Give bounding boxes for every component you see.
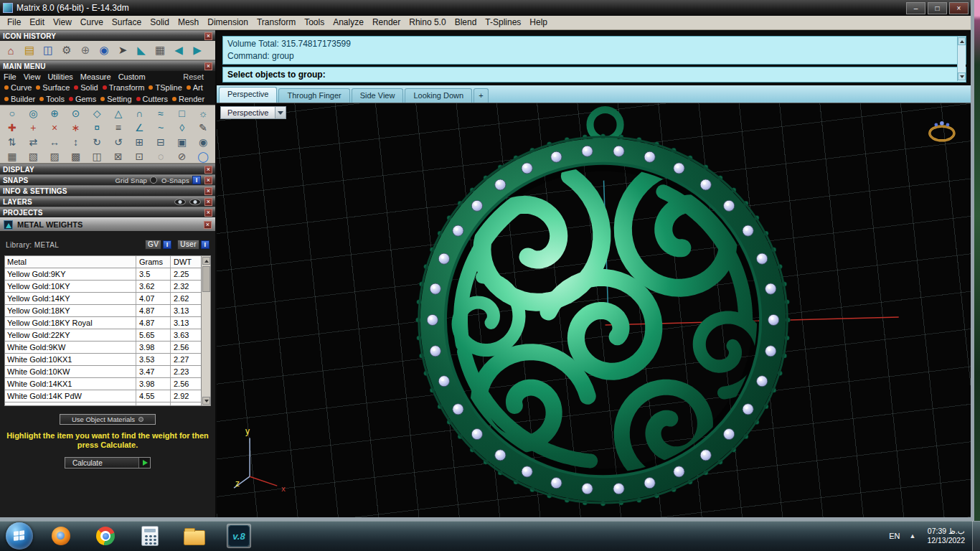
- close-icon[interactable]: ×: [204, 176, 212, 184]
- viewport[interactable]: y z x Perspective: [217, 103, 971, 517]
- globe-icon[interactable]: ◉: [95, 42, 113, 59]
- menubar-item-solid[interactable]: Solid: [146, 16, 174, 29]
- wave-tool-icon[interactable]: ~: [158, 121, 164, 134]
- main-menu-tab-utilities[interactable]: Utilities: [47, 72, 72, 81]
- table-row[interactable]: White Gold:14KX13.982.56: [5, 378, 201, 390]
- split-tool-icon[interactable]: ◫: [93, 150, 102, 163]
- move-icon[interactable]: ⊕: [77, 42, 94, 59]
- command-history[interactable]: Volume Total: 315.74817173599 Command: g…: [222, 36, 966, 65]
- main-menu-item-surface[interactable]: Surface: [34, 83, 72, 92]
- column-dwt[interactable]: DWT: [171, 256, 201, 268]
- viewport-label-dropdown[interactable]: Perspective: [220, 106, 286, 119]
- hatch2-tool-icon[interactable]: ▨: [50, 150, 59, 163]
- close-button[interactable]: ×: [949, 2, 969, 14]
- menubar-item-transform[interactable]: Transform: [253, 16, 300, 29]
- gv-button[interactable]: GV: [145, 240, 161, 250]
- table-row[interactable]: Yellow Gold:22KY5.653.63: [5, 329, 201, 342]
- scroll-up-icon[interactable]: [202, 257, 210, 265]
- boolean-tool-icon[interactable]: ⊠: [114, 150, 123, 163]
- menubar-item-edit[interactable]: Edit: [25, 16, 49, 29]
- use-object-materials-button[interactable]: Use Object Materials: [60, 414, 156, 425]
- menubar-item-analyze[interactable]: Analyze: [329, 16, 368, 29]
- settings-gear-icon[interactable]: ⚙: [58, 42, 75, 59]
- layers-tool-icon[interactable]: ≡: [116, 121, 121, 134]
- main-menu-item-curve[interactable]: Curve: [2, 83, 34, 92]
- close-icon[interactable]: ×: [204, 198, 212, 206]
- mesh-tool-icon[interactable]: ▦: [7, 150, 17, 163]
- menubar-item-help[interactable]: Help: [525, 16, 552, 29]
- table-row[interactable]: Yellow Gold:10KY3.622.32: [5, 281, 201, 293]
- table-row[interactable]: White Gold:14K PdW4.552.92: [5, 390, 201, 402]
- close-icon[interactable]: ×: [204, 221, 212, 229]
- main-menu-tab-custom[interactable]: Custom: [118, 72, 146, 81]
- star-tool-icon[interactable]: ☼: [199, 107, 208, 120]
- menubar-item-t-splines[interactable]: T-Splines: [481, 16, 525, 29]
- gem-point-tool-icon[interactable]: ¤: [94, 121, 100, 134]
- point-tool-icon[interactable]: ✚: [8, 121, 17, 134]
- add-point-tool-icon[interactable]: +: [30, 121, 36, 134]
- main-menu-item-render[interactable]: Render: [170, 95, 207, 103]
- main-menu-item-builder[interactable]: Builder: [2, 95, 37, 103]
- diamond-tool-icon[interactable]: ◇: [93, 107, 101, 120]
- sketch-tool-icon[interactable]: ✎: [199, 121, 207, 134]
- chevron-down-icon[interactable]: [275, 106, 286, 119]
- menubar-item-dimension[interactable]: Dimension: [203, 16, 253, 29]
- main-menu-tab-measure[interactable]: Measure: [80, 72, 111, 81]
- angle-tool-icon[interactable]: ∠: [135, 121, 144, 134]
- table-scrollbar[interactable]: [201, 256, 210, 405]
- gv-toggle[interactable]: I: [163, 240, 171, 249]
- mesh-grid-icon[interactable]: ▦: [151, 42, 169, 59]
- scroll-up-icon[interactable]: [958, 37, 966, 45]
- minimize-button[interactable]: –: [906, 2, 925, 14]
- table-row[interactable]: Yellow Gold:14KY4.072.62: [5, 293, 201, 305]
- main-menu-item-art[interactable]: Art: [184, 83, 205, 92]
- array-tool-icon[interactable]: ⊞: [136, 136, 144, 149]
- main-menu-item-solid[interactable]: Solid: [72, 83, 100, 92]
- calculator-icon[interactable]: [138, 524, 162, 548]
- main-menu-item-tools[interactable]: Tools: [37, 95, 67, 103]
- table-row[interactable]: Yellow Gold:18KY4.873.13: [5, 305, 201, 317]
- swap-tool-icon[interactable]: ⇄: [29, 136, 38, 149]
- pointer-icon[interactable]: ➤: [114, 42, 131, 59]
- circle-center-tool-icon[interactable]: ⊕: [50, 107, 59, 120]
- matrix-v8-taskbar-button[interactable]: v.8: [227, 524, 251, 548]
- trim-tool-icon[interactable]: ⊟: [156, 136, 165, 149]
- hidden-icons-arrow[interactable]: ▲: [905, 532, 920, 540]
- close-icon[interactable]: ×: [204, 166, 212, 174]
- bounding-box-tool-icon[interactable]: ▣: [177, 136, 187, 149]
- chrome-icon[interactable]: [93, 524, 118, 548]
- language-indicator[interactable]: EN: [884, 532, 905, 540]
- view-tab-perspective[interactable]: Perspective: [219, 87, 277, 103]
- main-menu-tab-view[interactable]: View: [24, 72, 41, 81]
- scroll-down-icon[interactable]: [202, 397, 210, 405]
- layer-visibility-eye-icon[interactable]: [189, 199, 201, 205]
- table-row[interactable]: White Gold:18KW5.033.23: [5, 402, 201, 405]
- menubar-item-surface[interactable]: Surface: [108, 16, 146, 29]
- main-menu-reset-button[interactable]: Reset: [183, 72, 215, 81]
- ellipse-tool-icon[interactable]: ⊙: [72, 107, 80, 120]
- scale-tool-icon[interactable]: ↕: [73, 136, 78, 149]
- metal-table-header[interactable]: Metal Grams DWT: [5, 256, 201, 268]
- layer-visibility-eye-icon[interactable]: [174, 199, 186, 205]
- table-row[interactable]: White Gold:10KW3.472.23: [5, 366, 201, 378]
- main-menu-item-gems[interactable]: Gems: [67, 95, 98, 103]
- menubar-item-render[interactable]: Render: [368, 16, 405, 29]
- view-tab-side-view[interactable]: Side View: [352, 88, 404, 103]
- menubar-item-curve[interactable]: Curve: [76, 16, 108, 29]
- move-vertical-tool-icon[interactable]: ⇅: [8, 136, 17, 149]
- menubar-item-view[interactable]: View: [49, 16, 76, 29]
- table-row[interactable]: Yellow Gold:9KY3.52.25: [5, 268, 201, 281]
- grid-snap-toggle[interactable]: [150, 176, 157, 184]
- arc-tool-icon[interactable]: ∩: [136, 107, 143, 120]
- ring-thumbnail[interactable]: [930, 121, 954, 141]
- save-icon[interactable]: ◫: [39, 42, 57, 59]
- circle-tool-icon[interactable]: ○: [9, 107, 15, 120]
- menubar-item-file[interactable]: File: [3, 16, 25, 29]
- scroll-down-icon[interactable]: [958, 72, 966, 80]
- view-tab-looking-down[interactable]: Looking Down: [405, 88, 472, 103]
- menubar-item-mesh[interactable]: Mesh: [174, 16, 203, 29]
- main-menu-item-transform[interactable]: Transform: [100, 83, 147, 92]
- viewport-label[interactable]: Perspective: [220, 106, 275, 119]
- extract-tool-icon[interactable]: ⊡: [136, 150, 144, 163]
- undo-back-icon[interactable]: ◀: [170, 42, 187, 59]
